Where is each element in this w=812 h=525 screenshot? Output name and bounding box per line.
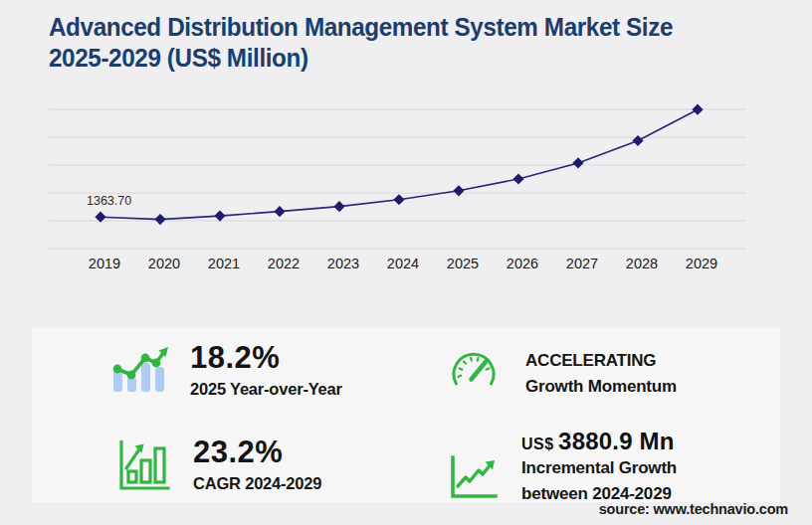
stat-cagr: 23.2% CAGR 2024-2029 bbox=[117, 440, 321, 496]
x-tick-label: 2021 bbox=[208, 256, 240, 271]
source-link[interactable]: source: www.technavio.com bbox=[599, 501, 788, 517]
x-tick-label: 2023 bbox=[327, 256, 359, 271]
x-tick-label: 2025 bbox=[447, 256, 479, 271]
momentum-line1: ACCELERATING bbox=[525, 348, 677, 374]
data-point-2021 bbox=[214, 211, 225, 222]
x-tick-label: 2027 bbox=[566, 256, 598, 271]
bar-line-growth-icon bbox=[110, 344, 168, 398]
data-point-2023 bbox=[333, 201, 344, 212]
data-point-2027 bbox=[572, 157, 583, 168]
x-tick-label: 2024 bbox=[387, 256, 419, 271]
page-title-line2: 2025-2029 (US$ Million) bbox=[49, 43, 753, 74]
data-point-2026 bbox=[512, 173, 523, 184]
data-point-2025 bbox=[453, 185, 464, 196]
incremental-currency: US$ bbox=[521, 436, 554, 452]
data-point-2020 bbox=[154, 214, 165, 225]
yoy-value: 18.2% bbox=[190, 340, 342, 376]
x-tick-label: 2029 bbox=[686, 256, 717, 271]
stat-growth-momentum: ACCELERATING Growth Momentum bbox=[448, 346, 677, 400]
bar-chart-arrow-icon bbox=[117, 440, 171, 496]
yoy-label: 2025 Year-over-Year bbox=[190, 380, 342, 399]
speedometer-icon bbox=[448, 346, 500, 396]
stat-yoy-growth: 18.2% 2025 Year-over-Year bbox=[110, 344, 342, 399]
cagr-label: CAGR 2024-2029 bbox=[193, 474, 321, 493]
x-tick-label: 2028 bbox=[626, 256, 658, 271]
incremental-line1: Incremental Growth bbox=[521, 455, 677, 481]
momentum-line2: Growth Momentum bbox=[525, 374, 677, 400]
page-title: Advanced Distribution Management System … bbox=[49, 12, 753, 74]
x-tick-label: 2020 bbox=[148, 256, 180, 271]
stat-incremental-growth: US$ 3880.9 Mn Incremental Growth between… bbox=[450, 428, 677, 507]
market-size-chart: 1363.70201920202021202220232024202520262… bbox=[0, 94, 812, 278]
page-title-line1: Advanced Distribution Management System … bbox=[49, 12, 753, 43]
market-chart-svg: 1363.70201920202021202220232024202520262… bbox=[0, 94, 812, 278]
data-point-2022 bbox=[274, 206, 285, 217]
x-tick-label: 2022 bbox=[268, 256, 300, 271]
cagr-value: 23.2% bbox=[193, 435, 321, 470]
x-tick-label: 2019 bbox=[89, 256, 120, 271]
data-point-2029 bbox=[692, 104, 703, 115]
x-tick-label: 2026 bbox=[507, 256, 538, 271]
incremental-value-row: US$ 3880.9 Mn bbox=[521, 428, 677, 455]
incremental-value: 3880.9 Mn bbox=[558, 428, 675, 454]
data-point-2024 bbox=[393, 194, 404, 205]
first-point-label: 1363.70 bbox=[87, 194, 131, 208]
line-growth-axis-icon bbox=[450, 453, 498, 505]
